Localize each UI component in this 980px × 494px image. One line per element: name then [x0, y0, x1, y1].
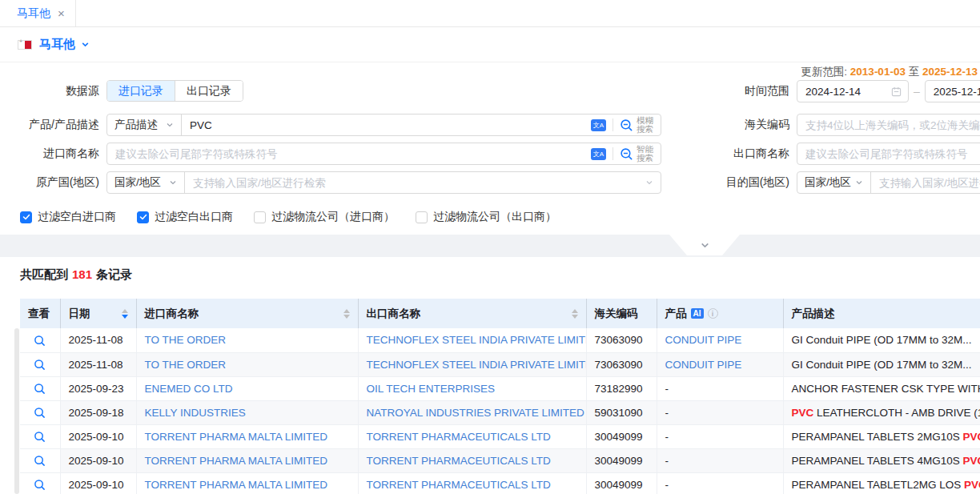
- destination-country-input[interactable]: [871, 172, 980, 193]
- product-cell: -: [657, 400, 783, 424]
- product-link[interactable]: CONDUIT PIPE: [665, 359, 742, 371]
- description-cell: ANCHOR FASTENER CSK TYPE WITH ...: [783, 376, 980, 400]
- search-icon: [34, 359, 46, 371]
- table-row: 2025-09-18 KELLY INDUSTRIES NATROYAL IND…: [20, 400, 980, 424]
- translate-icon[interactable]: 文A: [591, 119, 606, 131]
- origin-mode-select[interactable]: 国家/地区: [107, 172, 185, 193]
- hs-code-input[interactable]: [797, 114, 980, 136]
- exporter-link[interactable]: TORRENT PHARMACEUTICALS LTD: [367, 455, 551, 467]
- table-row: 2025-09-10 TORRENT PHARMA MALTA LIMITED …: [20, 472, 980, 494]
- date-cell: 2025-09-10: [60, 448, 136, 472]
- exporter-link[interactable]: TORRENT PHARMACEUTICALS LTD: [367, 431, 551, 443]
- importer-link[interactable]: TO THE ORDER: [145, 334, 227, 346]
- chevron-down-icon: [855, 179, 863, 187]
- date-cell: 2025-09-10: [60, 472, 136, 494]
- description-cell: GI Conduit PIPE (OD 17MM to 32M...: [783, 328, 980, 352]
- checkbox-icon: [254, 211, 266, 223]
- data-source-segmented: 进口记录 出口记录: [106, 80, 243, 102]
- destination-mode-select[interactable]: 国家/地区: [797, 172, 871, 193]
- collapse-panel-button[interactable]: [669, 235, 740, 255]
- hs-code-cell: 73063090: [586, 352, 657, 376]
- update-range-from: 2013-01-03: [850, 66, 906, 78]
- exporter-link[interactable]: OIL TECH ENTERPRISES: [367, 383, 496, 395]
- hs-code-label: 海关编码: [722, 118, 789, 132]
- vertical-scrollbar[interactable]: [14, 328, 19, 494]
- view-record-button[interactable]: [34, 431, 46, 443]
- hs-code-cell: 73063090: [586, 328, 657, 352]
- exporter-link[interactable]: NATROYAL INDUSTRIES PRIVATE LIMITED: [367, 407, 584, 419]
- product-link[interactable]: CONDUIT PIPE: [665, 334, 742, 346]
- search-icon: [34, 455, 46, 467]
- view-record-button[interactable]: [34, 359, 46, 371]
- product-mode-select[interactable]: 产品描述: [107, 114, 182, 135]
- sort-icon-importer[interactable]: [343, 309, 350, 319]
- importer-link[interactable]: TO THE ORDER: [145, 359, 227, 371]
- importer-name-input[interactable]: [107, 143, 591, 164]
- destination-country-group: 国家/地区: [797, 171, 980, 194]
- view-record-button[interactable]: [34, 335, 46, 347]
- product-cell: -: [657, 376, 783, 400]
- chevron-down-icon: [700, 240, 710, 251]
- tab-import-records[interactable]: 进口记录: [107, 81, 175, 101]
- product-keyword-input[interactable]: [182, 114, 591, 135]
- info-icon[interactable]: i: [708, 308, 718, 319]
- checkbox-icon: [137, 211, 149, 223]
- translate-icon[interactable]: 文A: [591, 148, 606, 160]
- checkbox-filter-logistics-exporter[interactable]: 过滤物流公司（出口商）: [416, 210, 556, 224]
- checkbox-filter-logistics-importer[interactable]: 过滤物流公司（进口商）: [254, 210, 395, 224]
- importer-link[interactable]: TORRENT PHARMA MALTA LIMITED: [145, 479, 328, 491]
- end-date-input[interactable]: 2025-12-13: [925, 80, 980, 102]
- keyword-highlight: PVC...: [963, 455, 980, 467]
- chevron-down-icon: [169, 179, 177, 187]
- close-icon[interactable]: ×: [58, 7, 65, 19]
- search-icon: [34, 383, 46, 395]
- description-text: GI Conduit PIPE (OD 17MM to 32M...: [792, 334, 972, 346]
- sort-icon-exporter[interactable]: [572, 309, 578, 319]
- date-cell: 2025-09-18: [60, 400, 136, 424]
- chevron-down-icon[interactable]: [81, 40, 90, 49]
- checkbox-filter-blank-importer[interactable]: 过滤空白进口商: [20, 210, 116, 224]
- view-record-button[interactable]: [34, 383, 46, 395]
- hs-code-cell: 59031090: [586, 400, 657, 424]
- start-date-input[interactable]: 2024-12-14: [797, 80, 909, 102]
- header-date: 日期: [60, 299, 136, 328]
- importer-link[interactable]: KELLY INDUSTRIES: [145, 407, 246, 419]
- view-record-button[interactable]: [34, 407, 46, 419]
- tab-bar: 马耳他 ×: [0, 0, 980, 27]
- view-record-button[interactable]: [34, 479, 46, 491]
- origin-country-label: 原产国(地区): [0, 175, 106, 190]
- keyword-highlight: PVC...: [964, 479, 980, 491]
- date-range-separator: –: [914, 85, 920, 98]
- keyword-highlight: PVC: [792, 407, 814, 419]
- smart-search-toggle[interactable]: 智能搜索: [613, 145, 661, 163]
- product-cell: -: [657, 448, 783, 472]
- origin-country-input[interactable]: [185, 172, 645, 193]
- checkbox-filter-blank-exporter[interactable]: 过滤空白出口商: [137, 210, 233, 224]
- checkbox-icon: [20, 211, 32, 223]
- data-source-label: 数据源: [0, 84, 106, 98]
- table-row: 2025-09-10 TORRENT PHARMA MALTA LIMITED …: [20, 424, 980, 448]
- product-cell: -: [657, 424, 783, 448]
- importer-link[interactable]: TORRENT PHARMA MALTA LIMITED: [145, 455, 328, 467]
- exporter-name-input[interactable]: [797, 143, 980, 165]
- search-icon: [34, 479, 46, 491]
- checkbox-icon: [416, 211, 428, 223]
- country-row: 马耳他: [0, 27, 980, 62]
- hs-code-cell: 30049099: [586, 424, 657, 448]
- exporter-link[interactable]: TECHNOFLEX STEEL INDIA PRIVATE LIMITED: [367, 359, 587, 371]
- description-cell: PERAMPANEL TABLETS 2MG10S PVC...: [783, 424, 980, 448]
- importer-link[interactable]: ENEMED CO LTD: [145, 383, 233, 395]
- description-cell: PVC LEATHERCLOTH - AMB DRIVE (1...: [783, 400, 980, 424]
- tab-malta[interactable]: 马耳他 ×: [6, 0, 76, 26]
- exporter-link[interactable]: TORRENT PHARMACEUTICALS LTD: [367, 479, 551, 491]
- tab-export-records[interactable]: 出口记录: [175, 81, 243, 101]
- fuzzy-search-toggle[interactable]: 模糊搜索: [613, 116, 661, 134]
- view-record-button[interactable]: [34, 455, 46, 467]
- importer-link[interactable]: TORRENT PHARMA MALTA LIMITED: [145, 431, 328, 443]
- table-row: 2025-11-08 TO THE ORDER TECHNOFLEX STEEL…: [20, 352, 980, 376]
- description-text: LEATHERCLOTH - AMB DRIVE (1...: [813, 407, 980, 419]
- sort-icon-date[interactable]: [122, 309, 128, 319]
- header-view: 查看: [20, 299, 60, 328]
- search-icon: [34, 407, 46, 419]
- exporter-link[interactable]: TECHNOFLEX STEEL INDIA PRIVATE LIMITED: [367, 334, 587, 346]
